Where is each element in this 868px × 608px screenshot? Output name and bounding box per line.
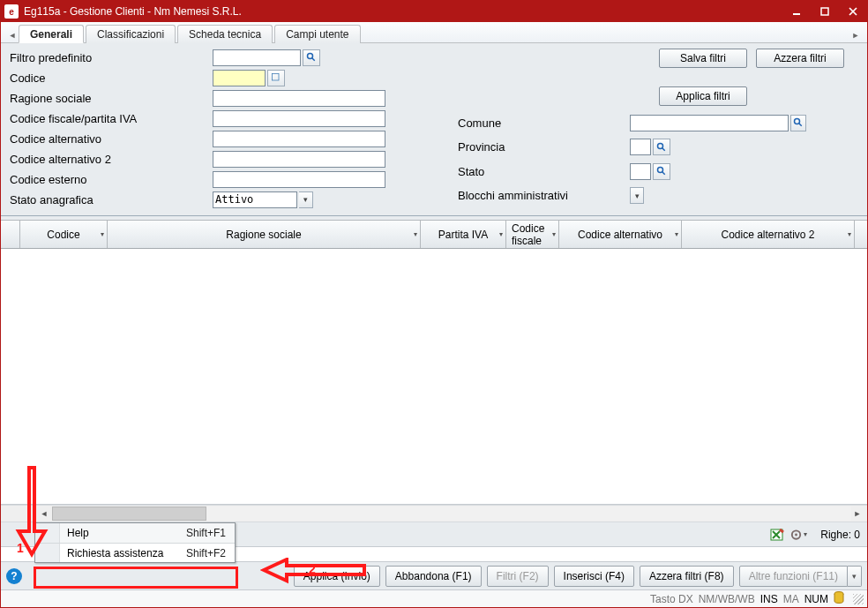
- azzera-filtri-cmd-button[interactable]: Azzera filtri (F8): [640, 566, 734, 587]
- codice-esterno-input[interactable]: [213, 171, 385, 188]
- codice-alternativo-2-input[interactable]: [213, 151, 385, 168]
- label-provincia: Provincia: [458, 139, 630, 156]
- svg-point-2: [308, 54, 313, 59]
- maximize-button[interactable]: [811, 1, 839, 22]
- close-button[interactable]: [839, 1, 867, 22]
- codice-fiscale-input[interactable]: [213, 110, 385, 127]
- azzera-filtri-button[interactable]: Azzera filtri: [756, 49, 844, 68]
- grid-header: Codice▾ Ragione sociale▾ Partita IVA▾ Co…: [1, 220, 867, 249]
- ragione-sociale-input[interactable]: [213, 90, 385, 107]
- label-stato: Stato: [458, 162, 630, 180]
- svg-line-3: [312, 58, 315, 61]
- label-stato-anagrafica: Stato anagrafica: [10, 191, 213, 208]
- filtro-predefinito-input[interactable]: [213, 49, 301, 66]
- status-db-icon: [834, 591, 844, 606]
- grid-body[interactable]: [1, 249, 867, 505]
- svg-point-7: [658, 143, 663, 148]
- title-bar: e Eg115a - Gestione Clienti - Nm Nemesi …: [1, 1, 867, 22]
- tab-classificazioni[interactable]: Classificazioni: [86, 25, 176, 43]
- button-label: Applica filtri: [676, 90, 730, 102]
- svg-line-8: [662, 147, 665, 150]
- export-excel-icon[interactable]: [767, 526, 787, 544]
- status-tasto: Tasto DX: [650, 593, 693, 605]
- grid-col-selector[interactable]: [1, 221, 20, 248]
- status-ins: INS: [760, 593, 778, 605]
- altre-funzioni-button[interactable]: Altre funzioni (F11): [739, 566, 848, 587]
- label-codice: Codice: [10, 69, 213, 86]
- svg-rect-1: [821, 8, 828, 15]
- results-grid: Codice▾ Ragione sociale▾ Partita IVA▾ Co…: [1, 216, 867, 522]
- salva-filtri-button[interactable]: Salva filtri: [659, 49, 747, 68]
- tab-generali[interactable]: Generali: [19, 25, 84, 43]
- tabs-scroll-right[interactable]: ►: [849, 27, 862, 42]
- grid-col-ragione-sociale[interactable]: Ragione sociale▾: [108, 221, 421, 248]
- codice-alternativo-input[interactable]: [213, 131, 385, 147]
- tab-campi-utente[interactable]: Campi utente: [274, 25, 360, 43]
- help-icon[interactable]: ?: [6, 568, 22, 584]
- applica-filtri-button[interactable]: Applica filtri: [659, 86, 747, 106]
- tabs-scroll-left[interactable]: ◄: [6, 27, 19, 42]
- label-blocchi: Blocchi amministrativi: [458, 187, 630, 205]
- filtro-predefinito-lookup[interactable]: [303, 49, 320, 66]
- button-label: Azzera filtri: [774, 52, 826, 64]
- codice-input[interactable]: [213, 70, 266, 86]
- annotation-arrow-2: 2: [260, 558, 366, 584]
- comune-input[interactable]: [630, 115, 789, 131]
- svg-line-6: [799, 124, 802, 126]
- grid-col-codice[interactable]: Codice▾: [20, 221, 108, 248]
- label-ragione-sociale: Ragione sociale: [10, 89, 213, 107]
- tab-scheda-tecnica[interactable]: Scheda tecnica: [177, 25, 273, 43]
- svg-line-10: [662, 172, 665, 175]
- command-bar: ? Help Shift+F1 Richiesta assistenza Shi…: [1, 561, 867, 589]
- resize-grip[interactable]: [853, 594, 864, 604]
- flyout-item-richiesta-assistenza[interactable]: Richiesta assistenza Shift+F2: [35, 543, 235, 562]
- grid-col-codice-alternativo-2[interactable]: Codice alternativo 2▾: [682, 221, 855, 248]
- window-title: Eg115a - Gestione Clienti - Nm Nemesi S.…: [24, 5, 782, 18]
- tab-label: Scheda tecnica: [189, 28, 261, 41]
- flyout-item-help[interactable]: Help Shift+F1: [35, 523, 235, 543]
- grid-hscroll[interactable]: ◄ ►: [1, 505, 867, 522]
- tab-label: Generali: [30, 28, 72, 41]
- help-flyout: Help Shift+F1 Richiesta assistenza Shift…: [34, 522, 236, 563]
- label-codice-alternativo-2: Codice alternativo 2: [10, 150, 213, 168]
- minimize-button[interactable]: [782, 1, 811, 22]
- svg-text:2: 2: [309, 562, 316, 576]
- righe-count: Righe: 0: [820, 529, 860, 541]
- filtri-button[interactable]: Filtri (F2): [487, 566, 549, 587]
- provincia-input[interactable]: [630, 139, 651, 155]
- abbandona-button[interactable]: Abbandona (F1): [385, 566, 482, 587]
- grid-col-partita-iva[interactable]: Partita IVA▾: [421, 221, 506, 248]
- tab-label: Classificazioni: [97, 28, 164, 41]
- scroll-thumb[interactable]: [52, 507, 206, 521]
- codice-lookup[interactable]: [267, 70, 285, 86]
- svg-point-9: [658, 168, 663, 173]
- provincia-lookup[interactable]: [653, 139, 670, 155]
- tab-label: Campi utente: [286, 28, 348, 41]
- grid-col-codice-fiscale[interactable]: Codice fiscale▾: [506, 221, 559, 248]
- stato-anagrafica-select[interactable]: [213, 191, 297, 208]
- svg-rect-0: [793, 13, 800, 15]
- grid-col-codice-alternativo[interactable]: Codice alternativo▾: [559, 221, 682, 248]
- annotation-arrow-1: 1: [13, 466, 49, 561]
- label-codice-fiscale: Codice fiscale/partita IVA: [10, 109, 213, 127]
- stato-input[interactable]: [630, 163, 651, 180]
- svg-rect-4: [273, 74, 280, 81]
- settings-gear-icon[interactable]: ▾: [789, 526, 808, 544]
- stato-anagrafica-dropdown[interactable]: ▾: [299, 191, 313, 208]
- svg-point-5: [794, 119, 799, 124]
- inserisci-button[interactable]: Inserisci (F4): [554, 566, 634, 587]
- app-icon: e: [4, 4, 19, 19]
- comune-lookup[interactable]: [790, 115, 806, 131]
- label-comune: Comune: [458, 114, 630, 131]
- label-codice-esterno: Codice esterno: [10, 170, 213, 188]
- altre-funzioni-dropdown[interactable]: ▾: [848, 566, 862, 587]
- tab-strip: ◄ Generali Classificazioni Scheda tecnic…: [1, 22, 867, 43]
- stato-lookup[interactable]: [653, 163, 670, 180]
- filter-form: Filtro predefinito Codice Ragione social…: [1, 43, 867, 216]
- button-label: Salva filtri: [680, 52, 726, 64]
- svg-point-13: [795, 533, 797, 536]
- label-filtro-predefinito: Filtro predefinito: [10, 49, 213, 66]
- scroll-right-arrow[interactable]: ►: [849, 507, 865, 521]
- blocchi-dropdown[interactable]: ▾: [630, 187, 644, 204]
- status-ma: MA: [783, 593, 799, 605]
